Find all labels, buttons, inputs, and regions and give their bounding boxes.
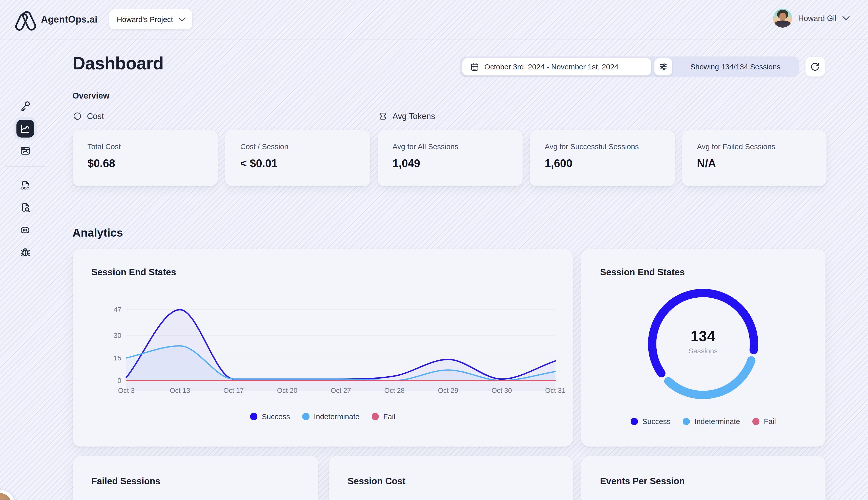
dashboard-app: AgentOps.ai Howard's Project Howard Gil xyxy=(0,0,868,500)
top-header: AgentOps.ai Howard's Project Howard Gil xyxy=(0,0,868,40)
file-search-icon xyxy=(20,202,31,214)
avg-tokens-section-label: Avg Tokens xyxy=(378,112,435,121)
svg-text:47: 47 xyxy=(114,306,121,314)
panel-title: Events Per Session xyxy=(600,476,685,487)
svg-text:Oct 31: Oct 31 xyxy=(545,387,566,394)
svg-text:Oct 29: Oct 29 xyxy=(438,387,458,394)
token-ticket-icon xyxy=(378,112,387,121)
sidebar: DOC xyxy=(0,40,50,500)
user-menu[interactable]: Howard Gil xyxy=(773,9,849,27)
date-range-value: October 3rd, 2024 - November 1st, 2024 xyxy=(484,62,619,71)
session-end-states-donut-panel: Session End States 134 Sessions Success … xyxy=(581,249,825,446)
analytics-heading: Analytics xyxy=(73,226,123,239)
chevron-down-icon xyxy=(178,17,186,22)
donut-center-label: 134 Sessions xyxy=(648,328,759,355)
discord-icon xyxy=(19,224,31,236)
stat-card-avg-all-sessions: Avg for All Sessions 1,049 xyxy=(378,130,523,186)
chart-legend: Success Indeterminate Fail xyxy=(581,417,825,426)
stat-card-avg-failed-sessions: Avg for Failed Sessions N/A xyxy=(682,130,826,186)
svg-text:30: 30 xyxy=(114,332,121,339)
svg-text:0: 0 xyxy=(117,377,121,385)
stat-card-total-cost: Total Cost $0.68 xyxy=(73,130,218,186)
refresh-icon xyxy=(810,62,820,72)
legend-item-indeterminate[interactable]: Indeterminate xyxy=(302,412,359,421)
session-cost-panel: Session Cost xyxy=(329,456,573,500)
session-end-states-line-chart: 0153047Oct 3Oct 13Oct 17Oct 20Oct 27Oct … xyxy=(73,276,573,420)
project-selector[interactable]: Howard's Project xyxy=(108,9,193,30)
stat-card-avg-successful-sessions: Avg for Successful Sessions 1,600 xyxy=(530,130,675,186)
chart-legend: Success Indeterminate Fail xyxy=(73,412,573,421)
stat-value: $0.68 xyxy=(87,157,218,170)
coin-icon xyxy=(73,112,82,121)
user-name: Howard Gil xyxy=(798,14,836,23)
svg-text:Oct 28: Oct 28 xyxy=(384,387,404,394)
sidebar-item-api-keys[interactable] xyxy=(16,97,34,115)
filter-sliders-icon xyxy=(658,62,668,71)
calendar-icon xyxy=(470,62,479,71)
svg-text:Oct 27: Oct 27 xyxy=(330,387,351,394)
stat-label: Avg for Successful Sessions xyxy=(545,143,675,151)
fail-dot-icon xyxy=(752,418,760,425)
legend-item-fail[interactable]: Fail xyxy=(372,412,396,421)
svg-text:DOC: DOC xyxy=(21,186,29,190)
panel-title: Failed Sessions xyxy=(91,476,161,487)
sidebar-item-logs[interactable] xyxy=(16,199,34,217)
chevron-down-icon xyxy=(843,16,849,21)
legend-item-fail[interactable]: Fail xyxy=(752,417,776,426)
doc-file-icon: DOC xyxy=(20,180,31,192)
indeterminate-dot-icon xyxy=(683,418,690,425)
showing-sessions-status: Showing 134/134 Sessions xyxy=(672,56,799,77)
key-icon xyxy=(20,100,31,112)
panel-title: Session Cost xyxy=(348,476,406,487)
overview-heading: Overview xyxy=(73,91,109,101)
date-range-picker[interactable]: October 3rd, 2024 - November 1st, 2024 xyxy=(462,58,651,76)
stat-value: 1,049 xyxy=(392,157,523,170)
stat-card-cost-per-session: Cost / Session < $0.01 xyxy=(225,130,370,186)
sidebar-item-discord[interactable] xyxy=(16,221,34,239)
sidebar-item-docs[interactable]: DOC xyxy=(16,177,34,194)
stat-value: < $0.01 xyxy=(240,157,370,170)
stat-value: 1,600 xyxy=(545,157,675,170)
sidebar-divider xyxy=(5,166,45,167)
avatar xyxy=(773,9,792,27)
refresh-button[interactable] xyxy=(805,56,825,77)
chat-widget-avatar xyxy=(0,493,12,500)
success-dot-icon xyxy=(250,413,257,420)
brand: AgentOps.ai xyxy=(15,7,98,31)
svg-text:Oct 20: Oct 20 xyxy=(277,387,297,394)
stat-label: Avg for Failed Sessions xyxy=(697,143,826,151)
line-chart-icon xyxy=(20,123,31,134)
svg-text:Oct 3: Oct 3 xyxy=(118,387,134,394)
events-per-session-panel: Events Per Session xyxy=(581,456,825,500)
sidebar-item-session-replay[interactable] xyxy=(16,142,34,160)
svg-text:Oct 13: Oct 13 xyxy=(169,387,190,394)
sidebar-item-bug-report[interactable] xyxy=(16,243,34,261)
indeterminate-dot-icon xyxy=(302,413,309,420)
svg-text:Oct 30: Oct 30 xyxy=(491,387,512,394)
project-selector-value: Howard's Project xyxy=(117,15,173,24)
legend-item-success[interactable]: Success xyxy=(631,417,671,426)
session-toolbar: October 3rd, 2024 - November 1st, 2024 S… xyxy=(459,56,799,77)
stat-value: N/A xyxy=(697,157,826,170)
success-dot-icon xyxy=(631,418,638,425)
sidebar-item-dashboard[interactable] xyxy=(16,120,34,138)
stat-label: Avg for All Sessions xyxy=(392,143,523,151)
stat-label: Cost / Session xyxy=(240,143,370,151)
agentops-logo-icon xyxy=(15,7,36,31)
fail-dot-icon xyxy=(372,413,379,420)
session-replay-icon xyxy=(20,145,31,157)
failed-sessions-panel: Failed Sessions xyxy=(73,456,318,500)
svg-text:Oct 17: Oct 17 xyxy=(223,387,244,394)
bug-icon xyxy=(20,246,31,258)
brand-name: AgentOps.ai xyxy=(41,14,98,25)
page-title: Dashboard xyxy=(73,53,164,73)
legend-item-indeterminate[interactable]: Indeterminate xyxy=(683,417,740,426)
stat-label: Total Cost xyxy=(87,143,218,151)
filter-button[interactable] xyxy=(654,58,672,76)
svg-text:15: 15 xyxy=(114,354,121,362)
session-end-states-line-panel: Session End States 0153047Oct 3Oct 13Oct… xyxy=(73,249,573,446)
cost-section-label: Cost xyxy=(73,112,104,121)
legend-item-success[interactable]: Success xyxy=(250,412,290,421)
